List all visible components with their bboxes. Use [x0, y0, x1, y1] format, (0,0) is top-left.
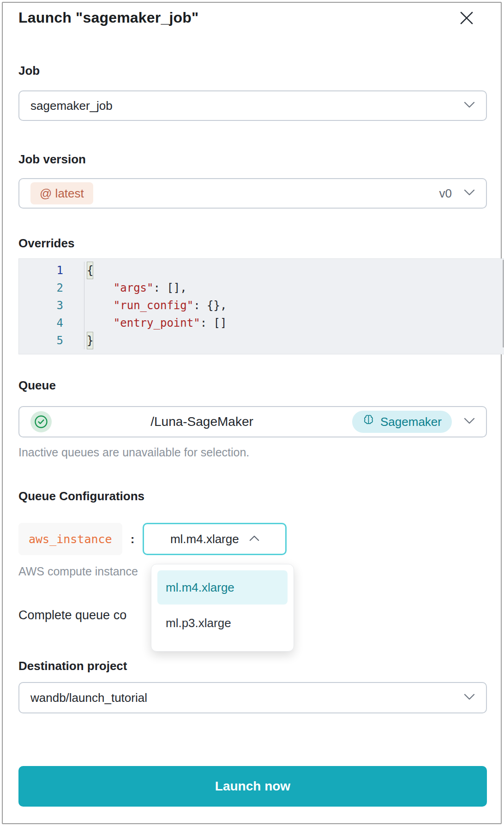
- code-line: 5}: [19, 332, 504, 349]
- chevron-down-icon: [464, 418, 475, 426]
- overrides-label: Overrides: [18, 236, 487, 251]
- resource-badge-label: Sagemaker: [380, 415, 442, 429]
- queue-helper-text: Inactive queues are unavailable for sele…: [18, 446, 487, 459]
- latest-alias-badge: @ latest: [30, 182, 93, 204]
- job-version-label: Job version: [18, 152, 487, 167]
- queue-config-row: aws_instance : ml.m4.xlarge: [18, 523, 487, 555]
- modal-title: Launch "sagemaker_job": [18, 9, 487, 26]
- queue-active-check-icon: [30, 411, 52, 432]
- line-number: 4: [19, 314, 63, 332]
- code-line: 1{: [19, 262, 504, 279]
- chevron-down-icon: [464, 694, 475, 702]
- code-line: 3 "run_config": {},: [19, 297, 504, 314]
- instance-select-value: ml.m4.xlarge: [170, 532, 239, 546]
- close-icon: [459, 10, 474, 27]
- queue-configurations-label: Queue Configurations: [18, 489, 487, 503]
- destination-select-value: wandb/launch_tutorial: [30, 691, 147, 705]
- job-select-value: sagemaker_job: [30, 99, 113, 113]
- queue-select[interactable]: /Luna-SageMaker Sagemaker: [18, 406, 487, 437]
- code-lines: 1{2 "args": [],3 "run_config": {},4 "ent…: [19, 262, 504, 349]
- code-line-text: "entry_point": []: [84, 314, 227, 332]
- job-version-value: v0: [439, 186, 452, 201]
- line-number: 2: [19, 279, 63, 297]
- config-separator: :: [131, 532, 135, 546]
- launch-modal: Launch "sagemaker_job" Job sagemaker_job…: [2, 2, 502, 824]
- sagemaker-resource-badge: Sagemaker: [352, 411, 452, 433]
- line-number: 3: [19, 297, 63, 314]
- job-label: Job: [18, 64, 487, 78]
- launch-now-button[interactable]: Launch now: [18, 766, 487, 807]
- menu-option-ml-p3-xlarge[interactable]: ml.p3.xlarge: [157, 608, 288, 638]
- sagemaker-brain-icon: [362, 414, 375, 430]
- config-key-chip: aws_instance: [18, 523, 122, 555]
- line-number: 5: [19, 332, 63, 349]
- instance-options-menu: ml.m4.xlarge ml.p3.xlarge: [151, 564, 294, 652]
- code-line: 2 "args": [],: [19, 279, 504, 297]
- job-version-select[interactable]: @ latest v0: [18, 178, 487, 209]
- chevron-down-icon: [464, 189, 475, 198]
- instance-select[interactable]: ml.m4.xlarge: [143, 523, 287, 555]
- destination-project-select[interactable]: wandb/launch_tutorial: [18, 682, 487, 713]
- chevron-up-icon: [249, 535, 259, 543]
- code-line-text: "args": [],: [84, 279, 187, 297]
- queue-select-value: /Luna-SageMaker: [52, 414, 352, 429]
- close-button[interactable]: [456, 8, 477, 29]
- code-line-text: {: [84, 262, 93, 279]
- menu-option-ml-m4-xlarge[interactable]: ml.m4.xlarge: [157, 570, 288, 605]
- overrides-code-editor[interactable]: 1{2 "args": [],3 "run_config": {},4 "ent…: [18, 258, 504, 354]
- queue-label: Queue: [18, 378, 487, 393]
- destination-project-label: Destination project: [18, 659, 487, 673]
- code-line-text: }: [84, 332, 93, 349]
- code-line-text: "run_config": {},: [84, 297, 227, 314]
- line-number: 1: [19, 262, 63, 279]
- chevron-down-icon: [464, 102, 475, 110]
- job-select[interactable]: sagemaker_job: [18, 90, 487, 121]
- code-line: 4 "entry_point": []: [19, 314, 504, 332]
